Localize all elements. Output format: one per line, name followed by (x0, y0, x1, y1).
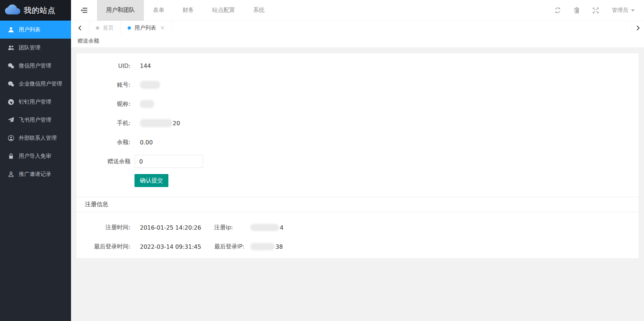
reg-label: 注册ip: (214, 224, 250, 231)
value-suffix: 38 (275, 243, 283, 250)
value-suffix: 4 (280, 224, 283, 231)
registration-section-header: 注册信息 (76, 197, 639, 212)
chevron-down-icon (631, 9, 635, 12)
header-actions: 管理员 (555, 0, 644, 21)
nav-tab-forms[interactable]: 表单 (144, 0, 173, 21)
nav-tab-system[interactable]: 系统 (244, 0, 274, 21)
field-label: 余额: (76, 139, 131, 146)
refresh-icon (555, 7, 561, 13)
nav-tab-site-config[interactable]: 站点配置 (203, 0, 244, 21)
field-value: 0.00 (140, 139, 153, 146)
page-title: 赠送余额 (78, 38, 99, 44)
paper-plane-icon (8, 117, 14, 123)
clear-cache-button[interactable] (574, 7, 579, 13)
sidebar-item-label: 微信用户管理 (19, 62, 51, 69)
user-menu-label: 管理员 (612, 7, 628, 14)
field-row-phone: 手机: 20 (76, 117, 639, 130)
page-title-bar: 赠送余额 (71, 35, 644, 47)
submit-button[interactable]: 确认提交 (134, 174, 168, 187)
sidebar-item-label: 用户列表 (19, 26, 40, 33)
tab-scroll-left-button[interactable] (71, 21, 89, 35)
doc-tab-user-list[interactable]: 用户列表 × (121, 21, 172, 35)
wechat-icon (8, 63, 14, 69)
doc-tab-home[interactable]: 首页 (89, 21, 121, 35)
submit-row: 确认提交 (76, 174, 639, 187)
reg-value: 2022-03-14 09:31:45 (140, 243, 214, 250)
main-area: 用户和团队 表单 财务 站点配置 系统 管理员 (71, 0, 644, 321)
sidebar-item-wechat-users[interactable]: 微信用户管理 (0, 57, 71, 75)
sidebar-item-invite-records[interactable]: 推广邀请记录 (0, 165, 71, 183)
field-value (140, 100, 154, 108)
field-row-uid: UID: 144 (76, 59, 639, 72)
sidebar-item-label: 企业微信用户管理 (19, 81, 62, 87)
refresh-button[interactable] (555, 7, 561, 13)
sidebar: 我的站点 用户列表 团队管理 微信用户管理 企业微信用户管理 钉钉用户管理 飞书… (0, 0, 71, 321)
gift-balance-input[interactable] (134, 155, 203, 168)
top-header: 用户和团队 表单 财务 站点配置 系统 管理员 (71, 0, 644, 21)
sidebar-item-wecom-users[interactable]: 企业微信用户管理 (0, 75, 71, 93)
lock-icon (8, 153, 14, 159)
reg-value: 4 (250, 224, 283, 231)
nav-tab-label: 财务 (182, 6, 194, 14)
sidebar-item-label: 推广邀请记录 (19, 171, 51, 178)
sidebar-item-user-list[interactable]: 用户列表 (0, 21, 71, 39)
field-label: 账号: (76, 81, 131, 89)
team-icon (8, 45, 14, 51)
document-tabbar: 首页 用户列表 × (71, 21, 644, 35)
field-label: 手机: (76, 120, 131, 127)
form-card: UID: 144 账号: 昵称: 手机: 20 余额: 0.00 赠送余额 (76, 53, 639, 258)
redacted-value (250, 243, 275, 250)
user-icon (8, 27, 14, 33)
sidebar-item-external-contacts[interactable]: 外部联系人管理 (0, 129, 71, 147)
sidebar-item-dingtalk-users[interactable]: 钉钉用户管理 (0, 93, 71, 111)
nav-tab-label: 系统 (253, 6, 265, 14)
contact-circle-icon (8, 135, 14, 141)
wecom-icon (8, 81, 14, 87)
user-menu[interactable]: 管理员 (612, 7, 635, 14)
field-label: 昵称: (76, 100, 131, 108)
registration-row: 注册时间: 2016-01-25 14:20:26 注册ip: 4 (76, 221, 639, 234)
tab-status-dot (96, 26, 99, 30)
field-value (140, 81, 160, 89)
sidebar-item-team[interactable]: 团队管理 (0, 39, 71, 57)
sidebar-item-feishu-users[interactable]: 飞书用户管理 (0, 111, 71, 129)
sidebar-item-user-import[interactable]: 用户导入免审 (0, 147, 71, 165)
dingtalk-icon (8, 99, 14, 105)
field-label: 赠送余额 (76, 158, 131, 165)
reg-label: 最后登录时间: (76, 243, 131, 251)
collapse-sidebar-button[interactable] (71, 0, 97, 21)
field-value: 144 (140, 62, 151, 69)
cloud-icon (5, 4, 21, 16)
section-title: 注册信息 (85, 201, 108, 208)
chevron-right-icon (636, 25, 640, 31)
reg-label: 注册时间: (76, 224, 131, 231)
nav-tab-finance[interactable]: 财务 (173, 0, 203, 21)
field-row-balance: 余额: 0.00 (76, 136, 639, 149)
sidebar-item-label: 钉钉用户管理 (19, 99, 51, 105)
brand-logo[interactable]: 我的站点 (0, 0, 71, 21)
sidebar-item-label: 飞书用户管理 (19, 117, 51, 123)
tab-status-dot (128, 26, 131, 30)
field-value: 20 (140, 119, 180, 127)
sidebar-item-label: 团队管理 (19, 44, 40, 51)
person-outline-icon (8, 171, 14, 177)
doc-tab-label: 首页 (103, 25, 114, 31)
content-area: UID: 144 账号: 昵称: 手机: 20 余额: 0.00 赠送余额 (71, 47, 644, 321)
trash-icon (574, 7, 579, 13)
brand-title: 我的站点 (24, 5, 56, 16)
field-row-nickname: 昵称: (76, 97, 639, 110)
sidebar-item-label: 外部联系人管理 (19, 135, 57, 142)
fullscreen-icon (593, 8, 599, 13)
tab-close-icon[interactable]: × (160, 25, 165, 31)
redacted-value (140, 81, 160, 89)
reg-value: 38 (250, 243, 283, 250)
fullscreen-button[interactable] (593, 8, 599, 13)
field-label: UID: (76, 62, 131, 69)
value-suffix: 20 (173, 120, 180, 127)
nav-tab-users-teams[interactable]: 用户和团队 (97, 0, 144, 21)
sidebar-item-label: 用户导入免审 (19, 153, 51, 160)
nav-tab-label: 用户和团队 (106, 6, 135, 14)
reg-value: 2016-01-25 14:20:26 (140, 224, 214, 231)
tab-scroll-right-button[interactable] (632, 21, 644, 35)
registration-row: 最后登录时间: 2022-03-14 09:31:45 最后登录IP: 38 (76, 240, 639, 253)
